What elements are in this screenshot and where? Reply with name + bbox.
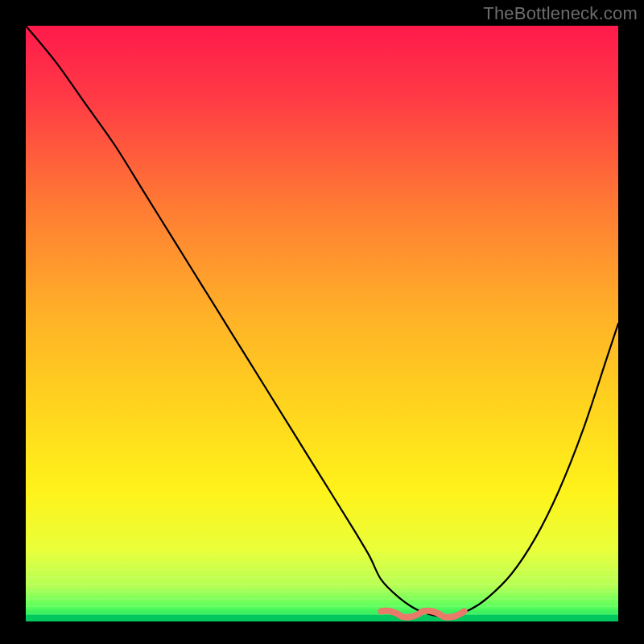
watermark-label: TheBottleneck.com [483,3,638,24]
chart-frame: TheBottleneck.com [0,0,644,644]
bottleneck-curve-chart [0,0,644,644]
gradient-plot-area [26,26,618,621]
floor-strip [26,615,618,621]
